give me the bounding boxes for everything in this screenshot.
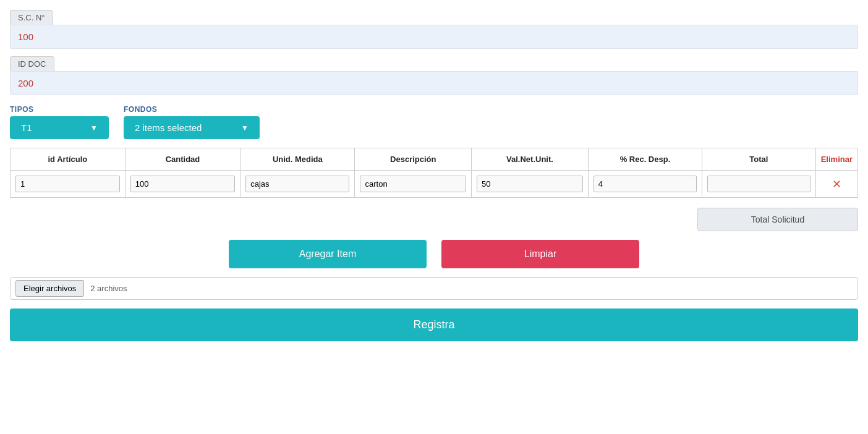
input-total[interactable] [707, 176, 811, 192]
cell-cantidad [125, 171, 240, 198]
input-pct-rec-desp[interactable] [594, 176, 697, 192]
choose-files-button[interactable]: Elegir archivos [15, 280, 84, 297]
sc-input[interactable] [10, 25, 858, 49]
cell-val-net-unit [472, 171, 589, 198]
input-id-articulo[interactable] [15, 176, 120, 192]
input-val-net-unit[interactable] [477, 176, 583, 192]
total-solicitud-box: Total Solicitud [697, 208, 858, 231]
cell-id-articulo [11, 171, 126, 198]
fondos-label: FONDOS [124, 105, 260, 114]
cell-total [702, 171, 816, 198]
cell-eliminar: ✕ [815, 171, 857, 198]
file-input-row: Elegir archivos 2 archivos [10, 277, 858, 300]
cell-unid-medida [240, 171, 355, 198]
table-row: ✕ [11, 171, 858, 198]
dropdowns-row: TIPOS T1 ▼ FONDOS 2 items selected ▼ [10, 105, 858, 139]
tipos-arrow-icon: ▼ [90, 124, 98, 132]
action-buttons-row: Agregar Item Limpiar [10, 240, 858, 268]
agregar-item-button[interactable]: Agregar Item [229, 240, 427, 268]
th-descripcion: Descripción [355, 148, 472, 171]
tipos-group: TIPOS T1 ▼ [10, 105, 109, 139]
id-doc-input[interactable] [10, 71, 858, 95]
cell-pct-rec-desp [588, 171, 702, 198]
registra-button[interactable]: Registra [10, 308, 858, 341]
id-doc-label: ID DOC [10, 56, 54, 71]
delete-row-button[interactable]: ✕ [832, 177, 841, 191]
th-pct-rec-desp: % Rec. Desp. [588, 148, 702, 171]
th-eliminar: Eliminar [815, 148, 857, 171]
table-header: id Artículo Cantidad Unid. Medida Descri… [11, 148, 858, 171]
limpiar-button[interactable]: Limpiar [441, 240, 639, 268]
fondos-selected-value: 2 items selected [135, 122, 202, 133]
fondos-group: FONDOS 2 items selected ▼ [124, 105, 260, 139]
items-table: id Artículo Cantidad Unid. Medida Descri… [10, 148, 858, 198]
th-id-articulo: id Artículo [11, 148, 126, 171]
fondos-arrow-icon: ▼ [241, 124, 249, 132]
cell-descripcion [355, 171, 472, 198]
th-val-net-unit: Val.Net.Unit. [472, 148, 589, 171]
tipos-selected-value: T1 [21, 122, 32, 133]
tipos-dropdown[interactable]: T1 ▼ [10, 116, 109, 139]
id-doc-label-tag: ID DOC [10, 56, 858, 71]
th-unid-medida: Unid. Medida [240, 148, 355, 171]
th-total: Total [702, 148, 816, 171]
tipos-label: TIPOS [10, 105, 109, 114]
table-body: ✕ [11, 171, 858, 198]
file-count: 2 archivos [90, 284, 127, 293]
input-cantidad[interactable] [130, 176, 235, 192]
input-descripcion[interactable] [360, 176, 466, 192]
fondos-dropdown[interactable]: 2 items selected ▼ [124, 116, 260, 139]
th-cantidad: Cantidad [125, 148, 240, 171]
input-unid-medida[interactable] [245, 176, 349, 192]
sc-label-tag: S.C. N° [10, 10, 858, 25]
total-solicitud-row: Total Solicitud [10, 208, 858, 231]
total-solicitud-label: Total Solicitud [751, 215, 804, 224]
sc-label: S.C. N° [10, 10, 53, 25]
